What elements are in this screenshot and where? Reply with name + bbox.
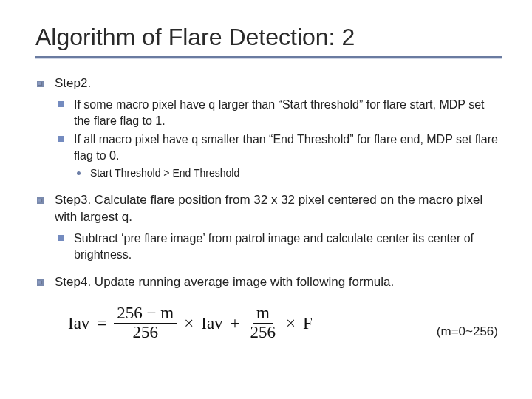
formula-row: Iav = 256 − m 256 × Iav + m 256 × F (m=0… [68,304,502,341]
title-underline [35,56,502,59]
step2-label: Step2. [55,76,91,90]
square-bullet-icon [58,136,64,142]
slide-body: Step2. If some macro pixel have q larger… [35,75,502,341]
times-icon: × [286,312,296,335]
step2-sub2-text: If all macro pixel have q smaller than “… [74,133,498,162]
formula-frac2-den: 256 [248,324,279,341]
formula-lhs: Iav [68,312,89,335]
square-bullet-icon [58,235,64,241]
formula-mid: Iav [201,312,222,335]
step3-sub1: Subtract ‘pre flare image’ from patrol i… [55,231,502,262]
formula-rhs: F [303,312,313,335]
step3-label: Step3. Calculate flare position from 32 … [55,193,482,224]
formula-frac2: m 256 [248,304,279,341]
step3-sub1-text: Subtract ‘pre flare image’ from patrol i… [74,232,474,261]
dot-bullet-icon [77,171,81,175]
formula-frac1-den: 256 [130,324,162,341]
times-icon: × [184,312,194,335]
formula-frac1: 256 − m 256 [114,304,177,341]
step3-sublist: Subtract ‘pre flare image’ from patrol i… [55,231,502,262]
square-bullet-icon [37,197,44,204]
step4-item: Step4. Update running average image with… [35,274,502,291]
square-bullet-icon [37,279,44,286]
step2-note-text: Start Threshold > End Threshold [90,167,239,179]
square-bullet-icon [37,81,44,87]
step2-note-list: Start Threshold > End Threshold [74,166,502,180]
slide-title: Algorithm of Flare Detection: 2 [35,22,502,59]
step2-item: Step2. If some macro pixel have q larger… [35,75,502,180]
formula-frac2-num: m [253,304,273,324]
step4-label: Step4. Update running average image with… [55,275,394,289]
step3-item: Step3. Calculate flare position from 32 … [35,192,502,262]
step2-sub2: If all macro pixel have q smaller than “… [55,132,502,180]
step2-sublist: If some macro pixel have q larger than “… [55,97,502,180]
m-note: (m=0~256) [437,324,498,342]
step2-sub1-text: If some macro pixel have q larger than “… [74,98,484,127]
step2-sub1: If some macro pixel have q larger than “… [55,97,502,129]
square-bullet-icon [58,101,64,107]
formula-plus: + [231,312,240,335]
formula: Iav = 256 − m 256 × Iav + m 256 × F [68,304,313,341]
step-list: Step2. If some macro pixel have q larger… [35,75,502,291]
title-text: Algorithm of Flare Detection: 2 [35,24,355,50]
step2-note: Start Threshold > End Threshold [74,166,502,180]
formula-frac1-num: 256 − m [114,304,177,324]
formula-eq: = [97,312,106,335]
slide: Algorithm of Flare Detection: 2 Step2. I… [0,0,532,399]
